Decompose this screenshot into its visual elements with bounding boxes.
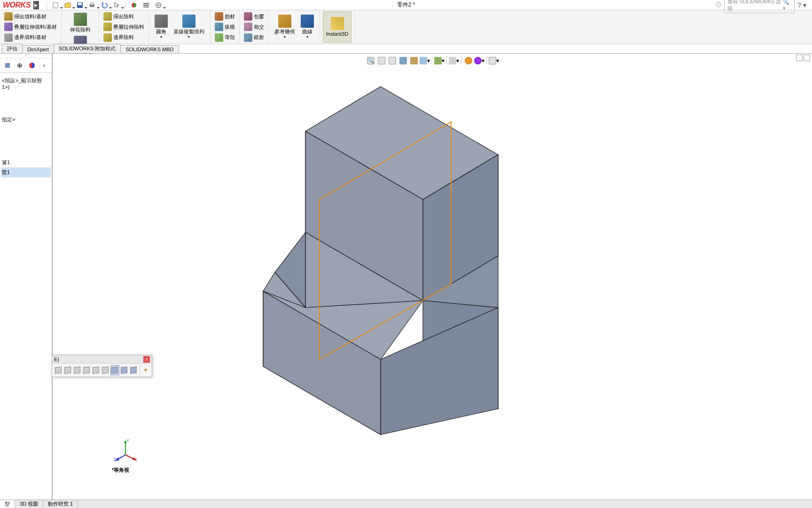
mirror-button[interactable]: 鏡射 <box>242 33 265 42</box>
quick-access-toolbar <box>45 0 164 10</box>
panel-tab-row: ⊕ › <box>0 58 52 73</box>
command-tabs: 評估 DimXpert SOLIDWORKS 附加程式 SOLIDWORKS M… <box>0 44 812 54</box>
tab-motion-study[interactable]: 動作研究 1 <box>43 500 78 508</box>
svg-point-11 <box>157 4 159 6</box>
view-triad[interactable]: Y X Z <box>114 438 137 462</box>
help-button[interactable]: ? ▾ <box>797 1 806 9</box>
instant3d-button[interactable]: Instant3D <box>323 11 351 43</box>
orient-trimetric[interactable] <box>129 365 138 375</box>
orient-front[interactable] <box>54 365 62 375</box>
logo-expand-icon[interactable]: ▶ <box>33 1 39 9</box>
boundary-boss-button[interactable]: 邊界填料/基材 <box>3 33 48 42</box>
view-orient-button[interactable] <box>409 56 419 66</box>
hide-show-button[interactable]: ▾ <box>434 56 445 66</box>
tab-mbd[interactable]: SOLIDWORKS MBD <box>120 45 179 53</box>
select-button[interactable] <box>111 0 122 10</box>
zoom-fit-button[interactable]: 🔍 <box>366 56 376 66</box>
linear-pattern-button[interactable]: 直線複製排列▾ <box>171 11 207 43</box>
view-settings-button[interactable]: ▾ <box>489 56 499 66</box>
intersect-button[interactable]: 相交 <box>242 22 265 32</box>
new-button[interactable] <box>50 0 61 10</box>
tree-fillet1[interactable]: 簧1 <box>1 158 51 167</box>
model-3d-view <box>249 77 554 444</box>
zoom-area-button[interactable] <box>376 56 387 66</box>
tree-config[interactable]: <預設>_顯示狀態 1>) <box>1 76 51 91</box>
orient-back[interactable] <box>63 365 72 375</box>
bottom-tabs: 型 3D 視圖 動作研究 1 <box>0 500 812 508</box>
ref-geom-button[interactable]: 參考幾何▾ <box>272 11 298 43</box>
display-style-button[interactable]: ▾ <box>420 56 430 66</box>
app-logo: WORKS <box>0 1 33 9</box>
fillet-button[interactable]: 圓角▾ <box>152 11 171 43</box>
boundary-cut-button[interactable]: 邊界除料 <box>102 33 135 42</box>
svg-rect-4 <box>91 3 94 5</box>
main-area: ◦ ⊕ › <預設>_顯示狀態 1>) 指定> 簧1 覽1 🔍 ▾ <box>0 54 812 500</box>
undo-button[interactable] <box>99 0 110 10</box>
prev-view-button[interactable] <box>387 56 398 66</box>
orient-iso[interactable] <box>110 365 119 375</box>
feature-tree-panel: ◦ ⊕ › <預設>_顯示狀態 1>) 指定> 簧1 覽1 <box>0 54 53 500</box>
draft-button[interactable]: 拔模 <box>213 22 236 32</box>
orientation-header[interactable]: E) x <box>52 355 152 364</box>
tab-addins[interactable]: SOLIDWORKS 附加程式 <box>54 44 121 53</box>
options-button[interactable] <box>141 0 152 10</box>
ribbon-group-wrap: 包覆 相交 鏡射 <box>240 10 269 44</box>
extruded-cut-button[interactable]: 伸長除料 <box>64 11 96 34</box>
section-view-button[interactable] <box>398 56 408 66</box>
save-button[interactable] <box>74 0 86 10</box>
svg-text:X: X <box>134 457 137 462</box>
panel-tab-display[interactable] <box>27 60 37 71</box>
viewport[interactable]: 🔍 ▾ ▾ ▾ ▾ ▾ <box>53 54 812 500</box>
orient-bottom[interactable] <box>101 365 110 375</box>
orient-top[interactable] <box>91 365 100 375</box>
settings-button[interactable] <box>153 0 164 10</box>
task-pane-icons <box>796 55 810 61</box>
panel-tab-more[interactable]: › <box>39 60 49 71</box>
task-icon-1[interactable] <box>796 55 803 61</box>
ribbon-group-features: 掃出填料/基材 疊層拉伸填料/基材 邊界填料/基材 <box>0 10 62 44</box>
rebuild-button[interactable] <box>128 0 140 10</box>
tab-3d-view[interactable]: 3D 視圖 <box>15 500 43 508</box>
shell-button[interactable]: 薄殼 <box>213 33 236 42</box>
edit-appearance-button[interactable]: ▾ <box>449 56 459 66</box>
print-button[interactable] <box>86 0 98 10</box>
panel-tab-features[interactable] <box>2 60 13 71</box>
ribbon-group-rib: 肋材 拔模 薄殼 <box>211 10 240 44</box>
svg-rect-8 <box>143 5 149 6</box>
appearance-button[interactable] <box>463 56 474 66</box>
swept-boss-button[interactable]: 掃出填料/基材 <box>3 12 48 21</box>
heads-up-toolbar: 🔍 ▾ ▾ ▾ ▾ ▾ <box>365 55 500 67</box>
view-orientation-label: *等角視 <box>112 467 129 474</box>
orient-left[interactable] <box>72 365 81 375</box>
orient-dimetric[interactable] <box>120 365 129 375</box>
tree-item-selected[interactable]: 覽1 <box>1 167 51 177</box>
ribbon: 掃出填料/基材 疊層拉伸填料/基材 邊界填料/基材 伸長除料 異型孔精靈 旋轉除… <box>0 10 812 44</box>
help-icon[interactable]: ⓘ <box>716 1 721 9</box>
ribbon-group-cut: 伸長除料 異型孔精靈 旋轉除料 <box>62 10 99 44</box>
loft-cut-button[interactable]: 疊層拉伸除料 <box>102 22 146 32</box>
tree-material[interactable]: 指定> <box>1 115 51 125</box>
wrap-button[interactable]: 包覆 <box>242 12 265 21</box>
curves-button[interactable]: 曲線▾ <box>298 11 317 43</box>
scene-button[interactable]: ▾ <box>474 56 484 66</box>
orientation-close-button[interactable]: x <box>143 356 150 363</box>
search-area: ⓘ 搜尋 SOLIDWORKS 說明 🔍▾ ? ▾ <box>716 0 812 13</box>
orient-right[interactable] <box>82 365 91 375</box>
panel-tab-config[interactable]: ⊕ <box>15 60 25 71</box>
ribbon-group-instant3d: Instant3D <box>320 10 355 44</box>
task-icon-2[interactable] <box>804 55 810 61</box>
orient-normal-to[interactable]: ✦ <box>141 365 150 375</box>
tab-model[interactable]: 型 <box>0 500 15 508</box>
svg-rect-2 <box>78 3 82 5</box>
tab-evaluate[interactable]: 評估 <box>2 44 23 53</box>
swept-cut-button[interactable]: 掃出除料 <box>102 12 135 21</box>
search-input[interactable]: 搜尋 SOLIDWORKS 說明 🔍▾ <box>724 0 795 13</box>
tab-dimxpert[interactable]: DimXpert <box>22 45 54 53</box>
svg-rect-7 <box>143 3 149 4</box>
rib-button[interactable]: 肋材 <box>213 12 236 21</box>
open-button[interactable] <box>62 0 73 10</box>
panel-pin[interactable]: ◦ <box>0 54 52 58</box>
svg-rect-12 <box>5 63 10 68</box>
ribbon-group-cut2: 掃出除料 疊層拉伸除料 邊界除料 <box>99 10 149 44</box>
loft-boss-button[interactable]: 疊層拉伸填料/基材 <box>3 22 58 32</box>
